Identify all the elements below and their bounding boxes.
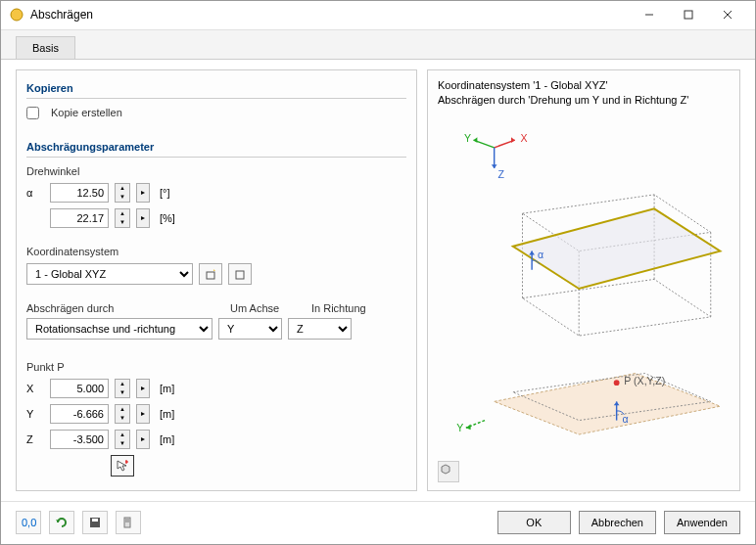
skew-method-select[interactable]: Rotationsachse und -richtung: [26, 318, 213, 340]
alpha-pct-row: ▲▼ ▸ [%]: [26, 208, 406, 228]
alpha-symbol: α: [26, 187, 44, 199]
svg-marker-6: [213, 269, 215, 271]
z-label: Z: [26, 433, 44, 445]
point-y-arrow[interactable]: ▸: [136, 404, 150, 424]
axis-label: Um Achse: [230, 302, 294, 314]
svg-marker-21: [523, 279, 711, 336]
angle-label: Drehwinkel: [26, 165, 406, 177]
coord-select[interactable]: 1 - Global XYZ: [26, 263, 193, 285]
point-y-row: Y ▲▼ ▸ [m]: [26, 404, 406, 424]
skew-row: Rotationsachse und -richtung Y Z: [26, 318, 406, 340]
skew-labels: Abschrägen durch Um Achse In Richtung: [26, 302, 406, 314]
pick-point-button[interactable]: [111, 455, 134, 477]
svg-marker-26: [513, 208, 720, 289]
svg-marker-12: [511, 137, 515, 143]
point-y-unit: [m]: [160, 408, 174, 420]
save-button[interactable]: [82, 511, 108, 534]
cursor-icon: [116, 459, 129, 473]
edit-icon: [233, 267, 247, 281]
refresh-button[interactable]: [49, 511, 74, 534]
x-label: X: [26, 383, 44, 394]
copy-checkbox[interactable]: [26, 107, 39, 119]
preview-line1: Koordinatensystem '1 - Global XYZ': [438, 78, 730, 93]
skew-axis-select[interactable]: Y: [218, 318, 282, 340]
maximize-button[interactable]: [669, 1, 708, 28]
point-x-arrow[interactable]: ▸: [136, 379, 150, 398]
apply-button[interactable]: Anwenden: [664, 511, 740, 534]
svg-rect-2: [685, 11, 692, 19]
point-y-input[interactable]: [50, 404, 109, 424]
alpha-deg-arrow[interactable]: ▸: [136, 183, 150, 203]
preview-line2: Abschrägen durch 'Drehung um Y und in Ri…: [438, 93, 730, 108]
app-icon: [9, 7, 24, 23]
copy-label: Kopie erstellen: [51, 107, 122, 118]
ok-button[interactable]: OK: [497, 511, 571, 534]
direction-label: In Richtung: [311, 302, 366, 314]
svg-marker-40: [442, 465, 449, 474]
right-panel: Koordinatensystem '1 - Global XYZ' Absch…: [427, 69, 740, 491]
alpha-pct-input[interactable]: [50, 208, 109, 228]
edit-coord-button[interactable]: [228, 263, 252, 285]
titlebar: Abschrägen: [1, 1, 755, 30]
alpha-deg-unit: [°]: [160, 187, 170, 199]
copy-row: Kopie erstellen: [26, 107, 406, 119]
alpha-pct-spinner[interactable]: ▲▼: [115, 208, 130, 228]
point-y-spinner[interactable]: ▲▼: [115, 404, 130, 424]
cube-icon: [439, 462, 452, 476]
close-button[interactable]: [708, 1, 747, 28]
point-z-row: Z ▲▼ ▸ [m]: [26, 430, 406, 449]
svg-marker-8: [118, 461, 126, 471]
y-label: Y: [26, 408, 44, 420]
point-z-arrow[interactable]: ▸: [136, 430, 150, 449]
point-z-input[interactable]: [50, 430, 109, 449]
new-coord-button[interactable]: [199, 263, 222, 285]
refresh-icon: [55, 516, 69, 529]
svg-text:Y: Y: [456, 422, 463, 433]
svg-text:P (X,Y,Z): P (X,Y,Z): [624, 375, 665, 386]
point-label: Punkt P: [26, 361, 406, 373]
point-z-unit: [m]: [160, 433, 174, 445]
alpha-deg-input[interactable]: [50, 183, 109, 203]
preview-options-button[interactable]: [438, 461, 459, 482]
svg-text:0,00: 0,00: [22, 517, 36, 528]
svg-text:α: α: [538, 249, 543, 260]
svg-text:Y: Y: [464, 132, 471, 144]
svg-rect-44: [92, 519, 98, 522]
footer: 0,00 OK Abbrechen Anwenden: [1, 501, 755, 544]
svg-text:α: α: [622, 412, 628, 424]
svg-point-0: [11, 9, 23, 21]
point-z-spinner[interactable]: ▲▼: [115, 430, 130, 449]
point-x-spinner[interactable]: ▲▼: [115, 379, 130, 398]
log-icon: [121, 516, 135, 529]
dialog-window: Abschrägen Basis Kopieren Kopie erstelle…: [0, 0, 756, 545]
svg-marker-30: [495, 373, 721, 433]
svg-text:X: X: [521, 132, 528, 144]
svg-text:Z: Z: [498, 167, 505, 179]
units-icon: 0,00: [21, 516, 36, 529]
alpha-deg-spinner[interactable]: ▲▼: [115, 183, 130, 203]
point-x-input[interactable]: [50, 379, 109, 398]
tab-basis[interactable]: Basis: [16, 36, 75, 59]
cancel-button[interactable]: Abbrechen: [579, 511, 656, 534]
skew-direction-select[interactable]: Z: [288, 318, 352, 340]
svg-marker-14: [474, 137, 478, 143]
coord-row: 1 - Global XYZ: [26, 263, 406, 285]
new-icon: [204, 267, 217, 281]
coord-label: Koordinatensystem: [26, 246, 406, 257]
svg-rect-7: [236, 271, 244, 279]
alpha-pct-arrow[interactable]: ▸: [136, 208, 150, 228]
left-panel: Kopieren Kopie erstellen Abschrägungspar…: [16, 69, 417, 491]
log-button[interactable]: [116, 511, 141, 534]
section-kopieren: Kopieren: [26, 78, 406, 99]
alpha-deg-row: α ▲▼ ▸ [°]: [26, 183, 406, 203]
alpha-pct-unit: [%]: [160, 212, 175, 224]
units-button[interactable]: 0,00: [16, 511, 41, 534]
minimize-button[interactable]: [630, 1, 669, 28]
save-icon: [88, 516, 102, 529]
preview-image: X Y Z α: [438, 119, 730, 477]
svg-marker-16: [492, 164, 497, 168]
section-params: Abschrägungsparameter: [26, 137, 406, 158]
content-area: Kopieren Kopie erstellen Abschrägungspar…: [1, 60, 755, 501]
svg-rect-5: [207, 272, 214, 279]
pick-point-row: [111, 455, 406, 477]
